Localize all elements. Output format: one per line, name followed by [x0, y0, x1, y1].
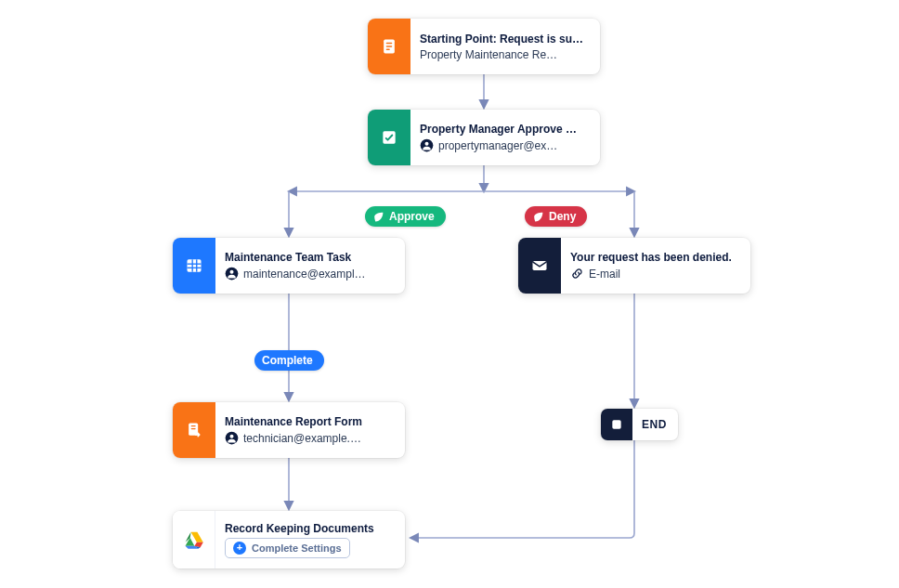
person-icon	[225, 267, 239, 281]
google-drive-icon	[173, 511, 215, 568]
edge-complete[interactable]: Complete	[254, 350, 324, 371]
node-report[interactable]: Maintenance Report Form technician@examp…	[173, 402, 405, 458]
complete-settings-chip[interactable]: + Complete Settings	[225, 538, 396, 558]
document-icon	[368, 19, 410, 74]
node-subtitle: Property Maintenance Re…	[420, 48, 591, 61]
svg-rect-2	[386, 46, 393, 47]
link-icon	[570, 267, 584, 281]
svg-point-6	[425, 142, 429, 146]
person-icon	[420, 138, 434, 152]
node-denied[interactable]: Your request has been denied. E-mail	[518, 238, 750, 294]
svg-rect-11	[196, 259, 197, 271]
person-icon	[225, 431, 239, 445]
leaf-check-icon	[372, 211, 384, 223]
table-icon	[173, 238, 215, 294]
node-subtitle: propertymanager@ex…	[420, 138, 591, 152]
node-title: Starting Point: Request is su…	[420, 33, 591, 46]
svg-rect-7	[188, 259, 202, 271]
svg-rect-9	[188, 268, 202, 268]
node-task[interactable]: Maintenance Team Task maintenance@exampl…	[173, 238, 405, 294]
node-subtitle: maintenance@exampl…	[225, 267, 396, 281]
svg-rect-15	[189, 424, 198, 436]
node-subtitle: E-mail	[570, 267, 741, 281]
svg-rect-10	[192, 259, 193, 271]
plus-circle-icon: +	[233, 542, 246, 555]
svg-rect-16	[191, 425, 196, 426]
svg-rect-3	[386, 49, 390, 51]
leaf-x-icon	[532, 211, 544, 223]
svg-rect-8	[188, 264, 202, 265]
approval-icon	[368, 110, 410, 165]
edge-deny[interactable]: Deny	[525, 206, 587, 227]
end-label: END	[632, 418, 678, 431]
node-end[interactable]: END	[601, 409, 678, 440]
svg-point-13	[230, 270, 234, 274]
svg-rect-20	[612, 420, 620, 428]
workflow-canvas: Starting Point: Request is su… Property …	[0, 0, 899, 588]
node-title: Maintenance Report Form	[225, 415, 396, 428]
node-subtitle: technician@example.…	[225, 431, 396, 445]
envelope-icon	[518, 238, 561, 294]
form-export-icon	[173, 402, 215, 458]
connectors	[0, 0, 899, 588]
node-title: Your request has been denied.	[570, 251, 741, 264]
node-start[interactable]: Starting Point: Request is su… Property …	[368, 19, 600, 74]
svg-rect-17	[191, 428, 196, 429]
node-title: Maintenance Team Task	[225, 251, 396, 264]
node-title: Property Manager Approve …	[420, 123, 591, 136]
node-title: Record Keeping Documents	[225, 522, 396, 535]
svg-rect-1	[386, 43, 393, 45]
stop-icon	[601, 409, 632, 440]
svg-point-19	[230, 435, 234, 438]
node-record[interactable]: Record Keeping Documents + Complete Sett…	[173, 511, 405, 568]
node-approval[interactable]: Property Manager Approve … propertymanag…	[368, 110, 600, 165]
edge-approve[interactable]: Approve	[365, 206, 446, 227]
